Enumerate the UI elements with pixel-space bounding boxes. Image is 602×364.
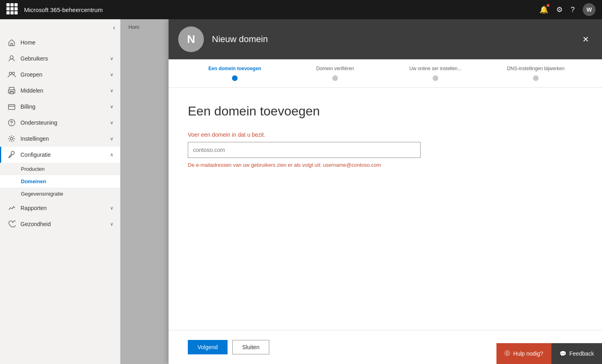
app-title: Microsoft 365-beheercentrum <box>24 6 535 13</box>
chevron-billing: ∨ <box>110 104 114 109</box>
svg-rect-5 <box>8 105 15 109</box>
sidebar-item-gebruikers[interactable]: Gebruikers ∨ <box>0 51 120 67</box>
dialog-body: Een domein toevoegen Voer een domein in … <box>169 88 602 330</box>
collapse-button[interactable]: ‹ <box>0 22 120 34</box>
dialog-close-button[interactable]: ✕ <box>579 31 592 47</box>
billing-icon <box>8 103 16 111</box>
sidebar-item-billing[interactable]: Billing ∨ <box>0 99 120 115</box>
sidebar: ‹ Home Gebruikers ∨ Groepen ∨ <box>0 19 120 364</box>
waffle-menu[interactable] <box>6 3 19 16</box>
content-area: Hom N Nieuw domein ✕ Een domein toevoege… <box>120 19 602 364</box>
chevron-ondersteuning: ∨ <box>110 120 114 125</box>
sidebar-label-groepen: Groepen <box>20 71 105 78</box>
step-2-dot <box>332 75 338 81</box>
sidebar-item-groepen[interactable]: Groepen ∨ <box>0 67 120 83</box>
chevron-instellingen: ∨ <box>110 136 114 142</box>
sidebar-item-instellingen[interactable]: Instellingen ∨ <box>0 131 120 147</box>
step-3: Uw online ser instellen... <box>385 66 486 81</box>
sidebar-sub-domeinen[interactable]: Domeinen <box>0 175 120 188</box>
domain-hint: De e-mailadressen van uw gebruikers zien… <box>188 162 583 168</box>
sidebar-sub-gegevensmigratie[interactable]: Gegevensmigratie <box>0 188 120 200</box>
support-icon <box>8 119 16 127</box>
sidebar-label-billing: Billing <box>20 103 105 110</box>
sidebar-item-middelen[interactable]: Middelen ∨ <box>0 83 120 99</box>
sidebar-label-gezondheid: Gezondheid <box>20 221 105 227</box>
step-3-label: Uw online ser instellen... <box>409 66 462 72</box>
home-icon <box>8 38 16 47</box>
chevron-gebruikers: ∨ <box>110 56 114 61</box>
chat-icon: 💬 <box>559 350 566 357</box>
chevron-configuratie: ∧ <box>110 152 114 158</box>
step-2: Domein verifiëren <box>285 66 385 81</box>
feedback-button[interactable]: 💬 Feedback <box>551 343 602 364</box>
dialog-page-title: Een domein toevoegen <box>188 104 583 119</box>
domain-input[interactable] <box>188 142 421 158</box>
sidebar-item-home[interactable]: Home <box>0 34 120 51</box>
close-button[interactable]: Sluiten <box>232 340 270 354</box>
chevron-gezondheid: ∨ <box>110 221 114 227</box>
sidebar-label-instellingen: Instellingen <box>20 135 105 142</box>
step-4-label: DNS-instellingen bijwerken <box>507 66 564 72</box>
domain-field-label: Voer een domein in dat u bezit. <box>188 131 583 138</box>
sidebar-sub-producten[interactable]: Producten <box>0 163 120 175</box>
step-4: DNS-instellingen bijwerken <box>486 66 586 81</box>
health-icon <box>8 220 16 228</box>
sidebar-item-rapporten[interactable]: Rapporten ∨ <box>0 200 120 216</box>
topbar: Microsoft 365-beheercentrum 🔔 ⚙ ? W <box>0 0 602 19</box>
step-4-dot <box>533 75 539 81</box>
topbar-icons: 🔔 ⚙ ? W <box>539 3 596 16</box>
svg-point-8 <box>10 138 13 140</box>
chevron-rapporten: ∨ <box>110 205 114 211</box>
step-1-dot <box>232 75 238 81</box>
sidebar-item-gezondheid[interactable]: Gezondheid ∨ <box>0 216 120 232</box>
step-3-dot <box>433 75 438 81</box>
avatar[interactable]: W <box>583 3 596 16</box>
next-button[interactable]: Volgend <box>188 340 228 354</box>
main-area: ‹ Home Gebruikers ∨ Groepen ∨ <box>0 19 602 364</box>
sidebar-item-configuratie[interactable]: Configuratie ∧ <box>0 147 120 163</box>
dialog-avatar: N <box>178 26 204 52</box>
svg-point-0 <box>10 56 13 59</box>
step-1: Een domein toevoegen <box>185 66 285 81</box>
dialog-panel: N Nieuw domein ✕ Een domein toevoegen Do… <box>169 19 602 364</box>
sidebar-label-middelen: Middelen <box>20 87 105 94</box>
settings-gear-icon <box>8 135 16 143</box>
chart-icon <box>8 204 16 212</box>
sidebar-label-configuratie: Configuratie <box>20 152 105 158</box>
sidebar-label-gebruikers: Gebruikers <box>20 55 105 62</box>
sidebar-label-home: Home <box>20 39 114 46</box>
svg-point-7 <box>11 124 12 125</box>
bottom-bar: ⓪ Hulp nodig? 💬 Feedback <box>496 343 602 364</box>
step-1-label: Een domein toevoegen <box>208 66 261 72</box>
help-icon[interactable]: ? <box>571 6 575 14</box>
user-icon <box>8 55 16 63</box>
notification-dot <box>547 4 549 7</box>
chevron-middelen: ∨ <box>110 88 114 93</box>
sidebar-item-ondersteuning[interactable]: Ondersteuning ∨ <box>0 115 120 131</box>
step-2-label: Domein verifiëren <box>316 66 354 72</box>
settings-icon[interactable]: ⚙ <box>556 5 563 14</box>
help-button[interactable]: ⓪ Hulp nodig? <box>496 343 551 364</box>
svg-rect-3 <box>9 87 14 90</box>
svg-point-2 <box>12 72 14 75</box>
sidebar-label-rapporten: Rapporten <box>20 205 105 211</box>
sidebar-label-ondersteuning: Ondersteuning <box>20 119 105 126</box>
wrench-icon <box>8 151 16 159</box>
dialog-header: N Nieuw domein ✕ <box>169 19 602 59</box>
help-label: Hulp nodig? <box>513 350 543 357</box>
stepper: Een domein toevoegen Domein verifiëren U… <box>169 59 602 88</box>
collapse-icon: ‹ <box>113 24 115 31</box>
print-icon <box>8 87 16 95</box>
notification-icon[interactable]: 🔔 <box>539 5 548 14</box>
svg-rect-4 <box>10 92 13 94</box>
group-icon <box>8 71 16 79</box>
chevron-groepen: ∨ <box>110 72 114 77</box>
help-circle-icon: ⓪ <box>504 350 510 357</box>
dialog-title: Nieuw domein <box>212 34 579 44</box>
svg-point-1 <box>9 72 12 75</box>
feedback-label: Feedback <box>569 350 594 357</box>
